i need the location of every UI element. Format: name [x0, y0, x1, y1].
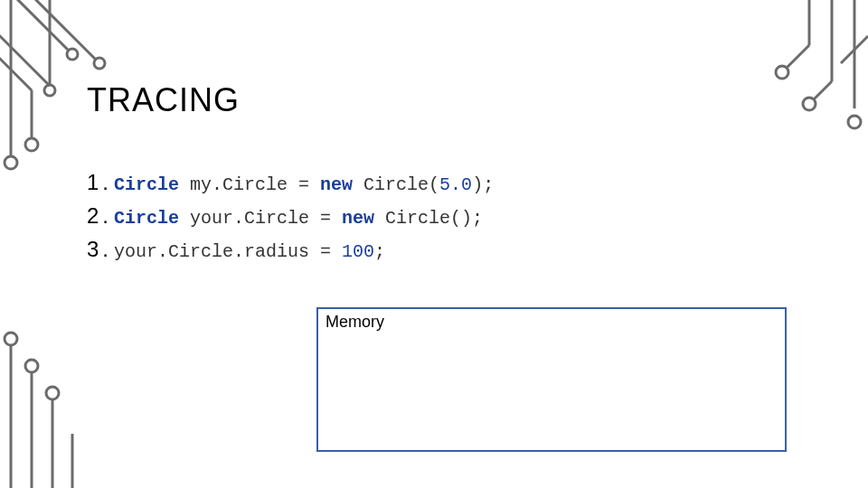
circuit-decoration-top-right [723, 0, 868, 163]
svg-point-5 [44, 85, 55, 96]
code-line: 2. Circle your.Circle = new Circle(); [87, 201, 494, 234]
line-number: 2 [87, 201, 99, 231]
svg-point-3 [94, 58, 105, 69]
svg-point-17 [803, 98, 816, 110]
svg-point-11 [5, 156, 17, 169]
svg-point-22 [5, 333, 17, 345]
line-number: 3 [87, 234, 99, 265]
svg-point-24 [25, 360, 38, 372]
code-line: 3. your.Circle.radius = 100; [87, 234, 494, 267]
svg-point-26 [46, 387, 59, 399]
svg-point-14 [776, 66, 788, 79]
svg-line-16 [809, 81, 832, 104]
code-line: 1. Circle my.Circle = new Circle(5.0); [87, 167, 494, 201]
svg-line-13 [782, 45, 809, 72]
slide: TRACING 1. Circle my.Circle = new Circle… [0, 0, 868, 488]
svg-line-6 [0, 27, 50, 86]
svg-point-19 [848, 116, 861, 128]
svg-line-7 [0, 50, 32, 90]
circuit-decoration-bottom-left [0, 307, 145, 488]
svg-line-20 [841, 36, 868, 63]
memory-label: Memory [326, 313, 384, 332]
line-number: 1 [87, 167, 99, 198]
svg-line-0 [9, 0, 72, 54]
code-block: 1. Circle my.Circle = new Circle(5.0); 2… [87, 167, 494, 267]
slide-title: TRACING [87, 81, 240, 119]
svg-point-9 [25, 138, 38, 151]
svg-point-1 [67, 49, 78, 60]
svg-line-2 [27, 0, 99, 63]
memory-diagram: Memory [316, 307, 787, 452]
